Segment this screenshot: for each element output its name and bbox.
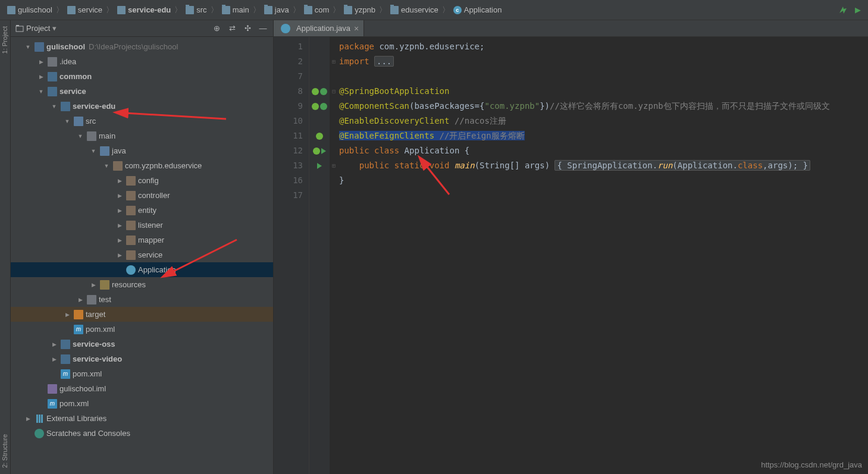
tree-arrow-icon[interactable] [24, 416, 32, 422]
tree-arrow-icon[interactable] [63, 312, 71, 318]
tree-item[interactable]: Scratches and Consoles [11, 426, 273, 441]
pkg-icon [126, 221, 136, 230]
tree-arrow-icon[interactable] [63, 118, 71, 124]
tree-item[interactable]: Application [11, 262, 273, 277]
expand-all-icon[interactable]: ⇄ [227, 23, 237, 34]
tree-arrow-icon[interactable] [115, 178, 124, 184]
tree-item[interactable]: listener [11, 218, 273, 233]
breadcrumb-item[interactable]: java [262, 5, 292, 14]
tree-item[interactable]: service-edu [11, 99, 273, 114]
folder-icon [186, 6, 194, 14]
tree-arrow-icon[interactable] [37, 74, 45, 80]
tree-item[interactable]: service [11, 84, 273, 99]
fold-icon[interactable]: ⊞ [330, 158, 338, 173]
tree-arrow-icon[interactable] [37, 89, 45, 95]
tree-item[interactable]: service [11, 247, 273, 262]
breadcrumb-item[interactable]: service [65, 5, 105, 14]
locate-icon[interactable]: ⊕ [211, 23, 222, 34]
hide-icon[interactable]: — [258, 23, 268, 34]
tree-item[interactable]: main [11, 128, 273, 143]
pkg-icon [126, 191, 136, 200]
editor-tabs: Application.java × [274, 20, 868, 37]
tree-arrow-icon[interactable] [37, 59, 45, 65]
breadcrumb-item[interactable]: yzpnb [341, 5, 378, 14]
tree-label: service-oss [73, 340, 115, 349]
tree-item[interactable]: service-video [11, 351, 273, 366]
spring-gutter-icon[interactable] [313, 147, 320, 155]
breadcrumb-item[interactable]: main [220, 5, 252, 14]
spring-gutter-icon[interactable] [312, 88, 319, 95]
tree-item[interactable]: target [11, 307, 273, 322]
folder-icon [264, 6, 272, 14]
tree-arrow-icon[interactable] [115, 252, 124, 258]
tree-arrow-icon[interactable] [102, 163, 111, 169]
tree-arrow-icon[interactable] [76, 133, 84, 139]
tree-arrow-icon[interactable] [50, 103, 58, 109]
tree-arrow-icon[interactable] [76, 297, 84, 303]
tree-item[interactable]: config [11, 173, 273, 188]
run-gutter-icon[interactable] [317, 163, 322, 169]
tree-label: service-edu [73, 102, 115, 111]
tree-item[interactable]: mapper [11, 233, 273, 247]
tree-item[interactable]: .idea [11, 54, 273, 69]
tree-arrow-icon[interactable] [89, 282, 98, 288]
tree-item[interactable]: com.yzpnb.eduservice [11, 158, 273, 173]
spring-gutter-icon[interactable] [316, 133, 323, 140]
tree-item[interactable]: service-oss [11, 337, 273, 351]
tree-item[interactable]: pom.xml [11, 322, 273, 337]
tree-arrow-icon[interactable] [115, 237, 124, 243]
tree-item[interactable]: resources [11, 277, 273, 292]
breadcrumb-item[interactable]: Application [451, 5, 504, 14]
tree-item[interactable]: pom.xml [11, 366, 273, 381]
tree-label: test [99, 295, 111, 304]
breadcrumb-item[interactable]: gulischool [5, 5, 55, 14]
tree-arrow-icon[interactable] [115, 222, 124, 228]
tree-arrow-icon[interactable] [115, 208, 124, 214]
folder-icon [304, 6, 312, 14]
spring2-gutter-icon[interactable] [320, 88, 327, 95]
tree-item[interactable]: gulischoolD:\IdeaProjects\gulischool [11, 39, 273, 54]
tab-project[interactable]: 1: Project [0, 20, 10, 59]
tree-arrow-icon[interactable] [50, 341, 58, 347]
tree-item[interactable]: common [11, 69, 273, 84]
fold-icon[interactable]: ⊟ [330, 84, 338, 99]
dir-icon [87, 131, 96, 141]
tree-item[interactable]: test [11, 292, 273, 307]
breadcrumb-item[interactable]: src [183, 5, 209, 14]
tab-structure[interactable]: 2: Structure [0, 428, 10, 474]
editor-tab-application[interactable]: Application.java × [274, 20, 364, 36]
tree-item[interactable]: External Libraries [11, 411, 273, 426]
tree-item[interactable]: java [11, 143, 273, 158]
spring-gutter-icon[interactable] [312, 103, 319, 110]
settings-icon[interactable]: ✣ [242, 23, 253, 34]
tree-item[interactable]: entity [11, 203, 273, 218]
breadcrumb-item[interactable]: service-edu [115, 5, 173, 14]
tree-arrow-icon[interactable] [89, 148, 98, 154]
tree-item[interactable]: controller [11, 188, 273, 203]
dir-icon [87, 295, 96, 305]
run-config-icon[interactable]: ▶ [853, 5, 863, 15]
fold-icon[interactable]: ⊞ [330, 54, 338, 69]
breadcrumb-item[interactable]: eduservice [388, 5, 441, 14]
lib-icon [35, 414, 44, 423]
breadcrumb-item[interactable]: com [302, 5, 332, 14]
tree-arrow-icon[interactable] [50, 356, 58, 362]
scratch-icon [35, 429, 44, 438]
mod-icon [48, 87, 57, 96]
close-icon[interactable]: × [354, 24, 359, 33]
tree-arrow-icon[interactable] [115, 193, 124, 199]
run-gutter-icon[interactable] [321, 148, 326, 154]
tree-item[interactable]: gulischool.iml [11, 381, 273, 396]
tree-label: main [99, 131, 115, 140]
tree-arrow-icon[interactable] [24, 44, 32, 50]
res-icon [100, 280, 109, 290]
module-icon [117, 6, 126, 14]
module-icon [67, 6, 76, 14]
project-tree[interactable]: gulischoolD:\IdeaProjects\gulischool.ide… [11, 37, 273, 474]
spring2-gutter-icon[interactable] [320, 103, 327, 110]
code-editor[interactable]: 12789101112131617 ⊞⊟⊞ package com.yzpnb.… [274, 37, 868, 474]
build-icon[interactable] [838, 5, 848, 15]
editor-area: Application.java × 12789101112131617 ⊞⊟⊞… [274, 20, 868, 474]
tree-item[interactable]: pom.xml [11, 396, 273, 411]
tree-item[interactable]: src [11, 114, 273, 128]
